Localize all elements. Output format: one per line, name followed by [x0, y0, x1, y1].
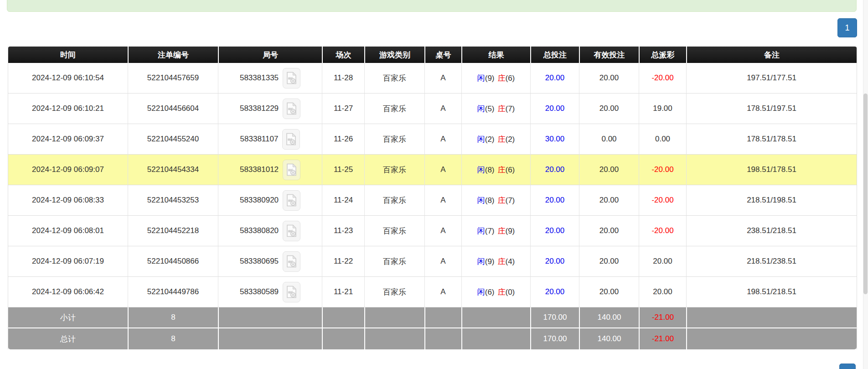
cell-result: 闲(2)庄(2) — [461, 124, 530, 155]
cell-remark: 197.51/177.51 — [686, 63, 857, 94]
cell-total-bet: 20.00 — [530, 216, 579, 246]
cell-round-id: 583380589 — [218, 277, 322, 307]
result-banker-score: (0) — [506, 288, 515, 296]
subtotal-valid-bet: 140.00 — [579, 307, 639, 328]
cell-round-id: 583381229 — [218, 94, 322, 124]
subtotal-empty-remark — [686, 307, 857, 328]
grand-total-total-bet: 170.00 — [530, 328, 579, 349]
cell-remark: 198.51/218.51 — [686, 277, 857, 307]
col-game-type: 游戏类别 — [364, 47, 424, 63]
result-banker-label: 庄 — [498, 227, 506, 235]
subtotal-label: 小计 — [8, 307, 128, 328]
cell-session: 11-21 — [322, 277, 364, 307]
cell-payout: 20.00 — [639, 246, 686, 277]
result-banker-score: (4) — [506, 257, 515, 266]
cell-table-no: A — [424, 277, 461, 307]
cell-table-no: A — [424, 63, 461, 94]
video-replay-button[interactable] — [283, 190, 300, 211]
cell-game-type: 百家乐 — [364, 216, 424, 246]
video-replay-button[interactable] — [283, 99, 300, 119]
result-player-label: 闲 — [477, 227, 485, 235]
result-banker-label: 庄 — [498, 288, 506, 296]
result-player-label: 闲 — [477, 135, 485, 144]
cell-time: 2024-12-09 06:06:42 — [8, 277, 128, 307]
cell-bet-id: 522104450866 — [128, 246, 218, 277]
cell-result: 闲(5)庄(7) — [461, 94, 530, 124]
round-id-text: 583381229 — [240, 104, 279, 113]
table-body: 2024-12-09 06:10:54 522104457659 5833813… — [8, 63, 857, 307]
success-alert — [7, 0, 857, 12]
col-valid-bet: 有效投注 — [579, 47, 639, 63]
col-bet-id: 注单编号 — [128, 47, 218, 63]
result-player-score: (8) — [485, 196, 495, 205]
round-id-text: 583381012 — [240, 165, 279, 174]
video-replay-button[interactable] — [282, 129, 300, 150]
result-banker-score: (9) — [506, 227, 515, 235]
cell-table-no: A — [424, 94, 461, 124]
cell-bet-id: 522104449786 — [128, 277, 218, 307]
result-player-score: (6) — [485, 288, 495, 296]
cell-session: 11-23 — [322, 216, 364, 246]
cell-time: 2024-12-09 06:10:21 — [8, 94, 128, 124]
cell-valid-bet: 20.00 — [579, 63, 639, 94]
video-replay-button[interactable] — [283, 282, 300, 302]
bet-records-table: 时间 注单编号 局号 场次 游戏类别 桌号 结果 总投注 有效投注 总派彩 备注… — [8, 47, 857, 349]
cell-valid-bet: 20.00 — [579, 155, 639, 185]
cell-remark: 178.51/178.51 — [686, 124, 857, 155]
cell-result: 闲(9)庄(6) — [461, 63, 530, 94]
grand-total-payout: -21.00 — [639, 328, 686, 349]
grand-total-empty-result — [461, 328, 530, 349]
result-banker-score: (6) — [506, 74, 515, 83]
col-result: 结果 — [461, 47, 530, 63]
cell-total-bet: 20.00 — [530, 246, 579, 277]
grand-total-empty-remark — [686, 328, 857, 349]
cell-total-bet: 20.00 — [530, 155, 579, 185]
result-player-label: 闲 — [477, 166, 485, 174]
grand-total-valid-bet: 140.00 — [579, 328, 639, 349]
cell-table-no: A — [424, 185, 461, 216]
grand-total-empty-game — [364, 328, 424, 349]
result-player-label: 闲 — [477, 196, 485, 205]
table-footer: 小计 8 170.00 140.00 -21.00 总计 8 170.00 14… — [8, 307, 857, 349]
vertical-scrollbar-thumb[interactable] — [863, 94, 868, 294]
cell-total-bet: 20.00 — [530, 277, 579, 307]
video-file-icon — [286, 224, 297, 237]
cell-game-type: 百家乐 — [364, 246, 424, 277]
col-session: 场次 — [322, 47, 364, 63]
video-replay-button[interactable] — [283, 251, 300, 272]
table-row: 2024-12-09 06:08:33 522104453253 5833809… — [8, 185, 857, 216]
cell-valid-bet: 0.00 — [579, 124, 639, 155]
cell-result: 闲(9)庄(4) — [461, 246, 530, 277]
subtotal-empty-session — [322, 307, 364, 328]
pagination-page-1-bottom[interactable]: 1 — [839, 364, 856, 369]
cell-game-type: 百家乐 — [364, 277, 424, 307]
round-id-text: 583381107 — [240, 135, 279, 144]
video-replay-button[interactable] — [283, 221, 300, 241]
table-row: 2024-12-09 06:07:19 522104450866 5833806… — [8, 246, 857, 277]
subtotal-row: 小计 8 170.00 140.00 -21.00 — [8, 307, 857, 328]
col-total-bet: 总投注 — [530, 47, 579, 63]
grand-total-label: 总计 — [8, 328, 128, 349]
cell-game-type: 百家乐 — [364, 155, 424, 185]
cell-payout: -20.00 — [639, 63, 686, 94]
result-player-score: (2) — [485, 135, 495, 144]
cell-session: 11-22 — [322, 246, 364, 277]
round-id-text: 583380820 — [240, 226, 279, 235]
subtotal-empty-table — [424, 307, 461, 328]
vertical-scrollbar-track[interactable] — [863, 0, 868, 369]
result-player-label: 闲 — [477, 257, 485, 266]
video-replay-button[interactable] — [283, 160, 300, 180]
cell-table-no: A — [424, 216, 461, 246]
result-player-label: 闲 — [477, 288, 485, 296]
video-replay-button[interactable] — [283, 68, 300, 88]
table-row: 2024-12-09 06:08:01 522104452218 5833808… — [8, 216, 857, 246]
cell-session: 11-26 — [322, 124, 364, 155]
result-banker-score: (7) — [506, 104, 515, 113]
cell-round-id: 583381012 — [218, 155, 322, 185]
pagination-page-1-top[interactable]: 1 — [837, 18, 857, 37]
video-file-icon — [286, 102, 297, 115]
video-file-icon — [286, 163, 297, 176]
round-id-text: 583381335 — [240, 73, 279, 83]
table-row: 2024-12-09 06:10:21 522104456604 5833812… — [8, 94, 857, 124]
table-row: 2024-12-09 06:06:42 522104449786 5833805… — [8, 277, 857, 307]
